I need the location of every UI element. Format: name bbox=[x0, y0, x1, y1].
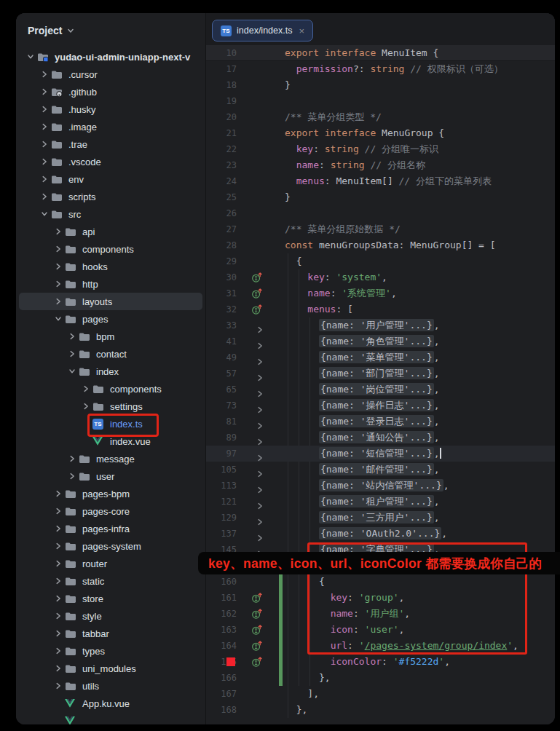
code-line-text[interactable]: key: 'system', bbox=[285, 269, 387, 285]
tree-item-contact[interactable]: contact bbox=[19, 345, 202, 363]
code-line-89[interactable]: 89 {name: '通知公告'...}, bbox=[206, 430, 555, 446]
tree-item-pages-infra[interactable]: pages-infra bbox=[19, 520, 202, 537]
code-line-164[interactable]: 164 url: '/pages-system/group/index', bbox=[206, 638, 555, 654]
tree-item-message[interactable]: message bbox=[19, 450, 202, 467]
code-line-text[interactable]: menus: MenuItem[] // 分组下的菜单列表 bbox=[285, 173, 492, 189]
code-line-33[interactable]: 33 {name: '用户管理'...}, bbox=[206, 317, 555, 333]
tree-item-style[interactable]: style bbox=[19, 607, 202, 625]
code-line-text[interactable]: { bbox=[285, 574, 325, 590]
chevron-right-icon[interactable] bbox=[41, 68, 48, 81]
code-line-160[interactable]: 160 { bbox=[206, 574, 555, 590]
tree-item-components[interactable]: components bbox=[19, 380, 202, 398]
tree-item-pages-core[interactable]: pages-core bbox=[19, 502, 202, 520]
tree-item-.cursor[interactable]: .cursor bbox=[19, 66, 202, 83]
tree-item-user[interactable]: user bbox=[19, 467, 202, 485]
code-line-27[interactable]: 27/** 菜单分组原始数据 */ bbox=[206, 221, 555, 237]
code-line-text[interactable]: {name: '菜单管理'...}, bbox=[285, 349, 440, 366]
tree-item-.vscode[interactable]: .vscode bbox=[19, 153, 202, 170]
code-line-18[interactable]: 18} bbox=[206, 77, 555, 93]
chevron-right-icon[interactable] bbox=[55, 609, 62, 623]
change-marker-bar[interactable] bbox=[279, 590, 283, 606]
tree-item-uni-modules[interactable]: uni_modules bbox=[19, 660, 202, 677]
code-line-text[interactable]: {name: '三方用户'...}, bbox=[285, 510, 440, 526]
chevron-right-icon[interactable] bbox=[55, 295, 62, 308]
code-line-41[interactable]: 41 {name: '角色管理'...}, bbox=[206, 333, 555, 349]
chevron-right-icon[interactable] bbox=[41, 120, 48, 133]
tree-item-pages[interactable]: pages bbox=[19, 310, 202, 328]
code-line-49[interactable]: 49 {name: '菜单管理'...}, bbox=[206, 349, 555, 366]
code-line-10[interactable]: 10export interface MenuItem { bbox=[206, 45, 555, 61]
tree-item-index.ts[interactable]: TSindex.ts bbox=[19, 415, 202, 432]
chevron-right-icon[interactable] bbox=[55, 277, 62, 291]
chevron-right-icon[interactable] bbox=[55, 225, 62, 238]
code-line-25[interactable]: 25} bbox=[206, 189, 555, 205]
code-line-text[interactable]: ], bbox=[285, 686, 319, 702]
code-line-20[interactable]: 20/** 菜单分组类型 */ bbox=[206, 109, 555, 125]
tree-item-pages-bpm[interactable]: pages-bpm bbox=[19, 485, 202, 502]
chevron-right-icon[interactable] bbox=[68, 452, 76, 465]
tree-item-utils[interactable]: utils bbox=[19, 677, 202, 695]
tree-item-tabbar[interactable]: tabbar bbox=[19, 625, 202, 642]
code-line-text[interactable]: {name: '登录日志'...}, bbox=[285, 414, 440, 430]
chevron-right-icon[interactable] bbox=[55, 574, 62, 588]
code-line-text[interactable]: /** 菜单分组原始数据 */ bbox=[285, 221, 401, 237]
code-line-text[interactable]: {name: '邮件管理'...}, bbox=[285, 462, 440, 478]
tree-item-index.vue[interactable]: index.vue bbox=[19, 432, 202, 450]
chevron-down-icon[interactable] bbox=[41, 208, 48, 221]
chevron-right-icon[interactable] bbox=[55, 505, 62, 518]
code-line-text[interactable]: {name: '短信管理'...}, bbox=[285, 446, 441, 462]
chevron-down-icon[interactable] bbox=[27, 50, 34, 63]
color-preview-square[interactable] bbox=[226, 657, 235, 666]
code-line-97[interactable]: 97 {name: '短信管理'...}, bbox=[206, 446, 555, 462]
change-marker-bar[interactable] bbox=[279, 574, 283, 590]
code-line-17[interactable]: 17 permission?: string // 权限标识（可选） bbox=[206, 61, 555, 77]
tree-item-types[interactable]: types bbox=[19, 642, 202, 660]
tree-item-clipped[interactable] bbox=[19, 712, 202, 724]
code-line-text[interactable]: name: '系统管理', bbox=[285, 285, 397, 301]
tree-item-pages-system[interactable]: pages-system bbox=[19, 537, 202, 555]
code-line-text[interactable]: {name: '通知公告'...}, bbox=[285, 430, 440, 446]
chevron-right-icon[interactable] bbox=[41, 138, 48, 151]
tree-item-scripts[interactable]: scripts bbox=[19, 188, 202, 205]
code-line-text[interactable]: } bbox=[285, 189, 291, 205]
code-line-30[interactable]: 30 key: 'system', bbox=[206, 269, 555, 285]
code-line-31[interactable]: 31 name: '系统管理', bbox=[206, 285, 555, 301]
change-marker-bar[interactable] bbox=[279, 654, 283, 670]
code-line-168[interactable]: 168 }, bbox=[206, 702, 555, 718]
code-line-24[interactable]: 24 menus: MenuItem[] // 分组下的菜单列表 bbox=[206, 173, 555, 189]
code-line-57[interactable]: 57 {name: '部门管理'...}, bbox=[206, 366, 555, 382]
code-line-text[interactable]: name: '用户组', bbox=[285, 606, 410, 622]
chevron-right-icon[interactable] bbox=[55, 260, 62, 273]
tree-item-.github[interactable]: .github bbox=[19, 83, 202, 100]
code-line-26[interactable]: 26 bbox=[206, 205, 555, 221]
code-line-162[interactable]: 162 name: '用户组', bbox=[206, 606, 555, 622]
code-line-137[interactable]: 137 {name: 'OAuth2.0'...}, bbox=[206, 526, 555, 542]
code-line-text[interactable]: }, bbox=[285, 702, 307, 718]
chevron-right-icon[interactable] bbox=[68, 330, 76, 343]
tree-item-app.ku.vue[interactable]: App.ku.vue bbox=[19, 695, 202, 712]
code-line-text[interactable]: }, bbox=[285, 670, 331, 686]
code-line-text[interactable]: {name: '操作日志'...}, bbox=[285, 398, 440, 414]
chevron-right-icon[interactable] bbox=[41, 173, 48, 186]
chevron-right-icon[interactable] bbox=[68, 470, 76, 483]
code-line-text[interactable]: {name: '用户管理'...}, bbox=[285, 317, 440, 333]
code-line-19[interactable]: 19 bbox=[206, 93, 555, 109]
chevron-right-icon[interactable] bbox=[55, 679, 62, 692]
tree-item-http[interactable]: http bbox=[19, 275, 202, 293]
chevron-right-icon[interactable] bbox=[68, 347, 76, 360]
change-marker-bar[interactable] bbox=[279, 670, 283, 686]
tree-item-api[interactable]: api bbox=[19, 223, 202, 240]
change-marker-bar[interactable] bbox=[279, 606, 283, 622]
code-line-161[interactable]: 161 key: 'group', bbox=[206, 590, 555, 606]
tree-item-src[interactable]: src bbox=[19, 205, 202, 223]
chevron-right-icon[interactable] bbox=[55, 644, 62, 657]
code-line-28[interactable]: 28const menuGroupsData: MenuGroup[] = [ bbox=[206, 237, 555, 253]
code-line-text[interactable]: const menuGroupsData: MenuGroup[] = [ bbox=[285, 237, 496, 253]
code-line-22[interactable]: 22 key: string // 分组唯一标识 bbox=[206, 141, 555, 157]
code-line-text[interactable]: key: string // 分组唯一标识 bbox=[285, 141, 438, 157]
chevron-right-icon[interactable] bbox=[55, 592, 62, 605]
code-line-text[interactable]: icon: 'user', bbox=[285, 622, 404, 638]
chevron-right-icon[interactable] bbox=[55, 557, 62, 570]
chevron-down-icon[interactable] bbox=[55, 312, 62, 325]
code-line-text[interactable]: export interface MenuItem { bbox=[285, 45, 438, 61]
